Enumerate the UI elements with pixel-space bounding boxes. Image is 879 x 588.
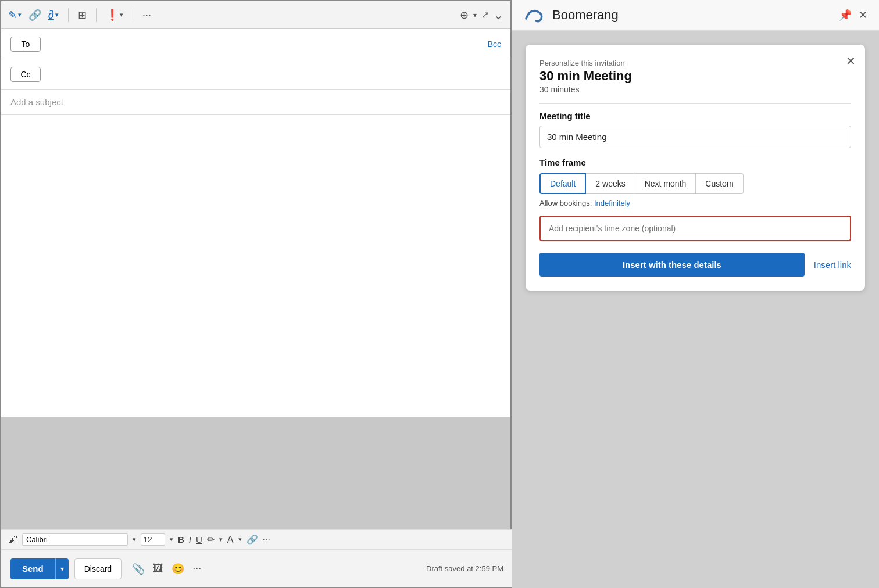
- font-selector[interactable]: [22, 533, 128, 546]
- link-icon[interactable]: 🔗: [28, 9, 41, 21]
- insert-link-button[interactable]: Insert link: [814, 260, 851, 270]
- italic-button[interactable]: I: [189, 535, 191, 544]
- paperclip-icon[interactable]: 📎: [132, 562, 145, 575]
- font-color-dropdown[interactable]: ▾: [238, 536, 242, 543]
- zoom-icon[interactable]: ⊕: [460, 9, 469, 21]
- collapse-chevron[interactable]: ⌄: [494, 8, 503, 22]
- card-close-button[interactable]: ✕: [846, 54, 856, 68]
- format-more-icon[interactable]: ···: [263, 535, 270, 545]
- zoom-dropdown[interactable]: ▾: [473, 11, 477, 19]
- boomerang-logo-icon: [523, 7, 546, 23]
- subject-row[interactable]: Add a subject: [1, 90, 510, 115]
- timeframe-nextmonth-button[interactable]: Next month: [635, 173, 696, 194]
- font-dropdown-icon[interactable]: ▾: [133, 536, 136, 543]
- timeframe-custom-button[interactable]: Custom: [696, 173, 743, 194]
- format-toolbar: 🖌 ▾ ▾ B I U ✏ ▾ A ▾ 🔗 ···: [1, 529, 513, 550]
- allow-bookings-link[interactable]: Indefinitely: [594, 199, 630, 207]
- font-color-icon[interactable]: A: [227, 535, 234, 545]
- attach-icon[interactable]: ∂ ▾: [48, 8, 59, 21]
- send-dropdown-button[interactable]: ▾: [55, 558, 69, 579]
- more-icon[interactable]: ···: [142, 9, 151, 21]
- bcc-link[interactable]: Bcc: [488, 40, 501, 49]
- highlight-dropdown[interactable]: ▾: [219, 536, 223, 543]
- underline-button[interactable]: U: [196, 535, 202, 544]
- emoji-icon[interactable]: 😊: [171, 562, 184, 575]
- timeframe-default-button[interactable]: Default: [539, 173, 586, 194]
- send-button[interactable]: Send: [10, 558, 55, 579]
- pen-icon[interactable]: ✎▾: [8, 9, 22, 21]
- table-icon[interactable]: ⊞: [78, 9, 87, 21]
- alert-icon[interactable]: ❗▾: [106, 9, 123, 21]
- boomerang-panel: Boomerang 📌 ✕ ✕ Personalize this invitat…: [512, 0, 879, 588]
- bold-button[interactable]: B: [178, 535, 184, 544]
- send-more-icon[interactable]: ···: [192, 562, 201, 575]
- send-bar-icons: 📎 🖼 😊 ···: [132, 562, 201, 575]
- allow-bookings-text: Allow bookings:: [539, 199, 592, 207]
- boomerang-title: Boomerang: [552, 8, 619, 23]
- email-compose-area: ✎▾ 🔗 ∂ ▾ ⊞ ❗▾ ··· ⊕ ▾ ⤢ ⌄ To Bcc Cc: [0, 0, 512, 588]
- to-button[interactable]: To: [10, 37, 41, 52]
- invitation-card: ✕ Personalize this invitation 30 min Mee…: [526, 45, 865, 291]
- insert-link-icon[interactable]: 🔗: [246, 534, 258, 545]
- meeting-title-input[interactable]: [539, 126, 851, 148]
- timezone-input[interactable]: [541, 217, 850, 240]
- boomerang-header: Boomerang 📌 ✕: [512, 0, 879, 31]
- subject-placeholder: Add a subject: [10, 97, 63, 107]
- meeting-title-label: Meeting title: [539, 111, 851, 121]
- timezone-input-wrapper: [539, 216, 851, 241]
- timeframe-2weeks-button[interactable]: 2 weeks: [586, 173, 635, 194]
- compose-body[interactable]: [1, 115, 510, 417]
- pin-icon[interactable]: 📌: [839, 9, 852, 21]
- cc-button[interactable]: Cc: [10, 67, 41, 82]
- boomerang-header-actions: 📌 ✕: [839, 9, 867, 21]
- toolbar-separator-3: [133, 8, 133, 22]
- to-row: To Bcc: [1, 29, 510, 59]
- clear-format-icon[interactable]: 🖌: [8, 535, 17, 545]
- allow-bookings: Allow bookings: Indefinitely: [539, 199, 851, 207]
- discard-button[interactable]: Discard: [74, 558, 122, 579]
- toolbar-right: ⊕ ▾ ⤢ ⌄: [460, 8, 503, 22]
- send-button-group: Send ▾: [10, 558, 69, 579]
- insert-details-button[interactable]: Insert with these details: [539, 253, 805, 277]
- size-dropdown-icon[interactable]: ▾: [170, 536, 173, 543]
- card-subtitle: Personalize this invitation: [539, 59, 851, 67]
- panel-close-icon[interactable]: ✕: [859, 9, 867, 21]
- timeframe-label: Time frame: [539, 157, 851, 167]
- highlight-icon[interactable]: ✏: [207, 534, 215, 545]
- card-title: 30 min Meeting: [539, 69, 851, 84]
- font-size-selector[interactable]: [141, 533, 165, 546]
- image-icon[interactable]: 🖼: [153, 562, 163, 575]
- card-actions: Insert with these details Insert link: [539, 253, 851, 277]
- draft-status: Draft saved at 2:59 PM: [426, 564, 503, 573]
- card-divider: [539, 103, 851, 104]
- send-bar: Send ▾ Discard 📎 🖼 😊 ··· Draft saved at …: [1, 550, 513, 587]
- expand-icon[interactable]: ⤢: [481, 9, 489, 20]
- cc-row: Cc: [1, 59, 510, 89]
- toolbar-separator: [68, 8, 69, 22]
- card-duration: 30 minutes: [539, 85, 851, 94]
- toolbar-separator-2: [96, 8, 97, 22]
- email-fields: To Bcc Cc: [1, 29, 510, 90]
- timeframe-buttons: Default 2 weeks Next month Custom: [539, 173, 851, 194]
- email-toolbar: ✎▾ 🔗 ∂ ▾ ⊞ ❗▾ ··· ⊕ ▾ ⤢ ⌄: [1, 1, 510, 29]
